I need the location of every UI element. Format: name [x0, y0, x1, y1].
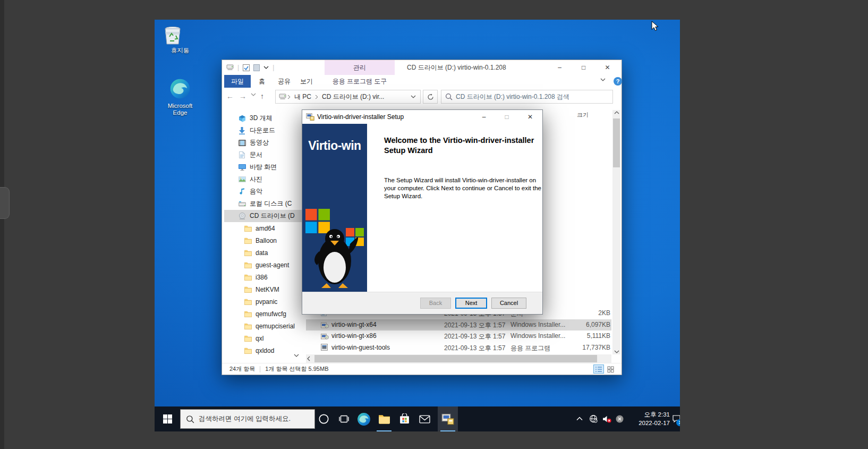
- address-dropdown-caret-icon[interactable]: [411, 95, 416, 98]
- dialog-minimize-button[interactable]: –: [474, 110, 493, 124]
- explorer-titlebar[interactable]: | | 관리 CD 드라이브 (D:) virtio-win-0.1.208 –…: [222, 60, 622, 75]
- sidebar-item-label: NetKVM: [256, 286, 279, 293]
- virtio-win-brand: Virtio-win: [302, 139, 367, 153]
- dialog-close-button[interactable]: ✕: [521, 110, 540, 124]
- sidebar-item-3D-개체[interactable]: 3D 개체: [224, 112, 304, 124]
- properties-check-icon[interactable]: [243, 64, 250, 71]
- desktop-icon-recycle-bin[interactable]: 휴지통: [161, 23, 199, 54]
- taskbar-clock[interactable]: 오후 2:31 2022-02-17: [627, 410, 670, 427]
- sidebar-item-음악[interactable]: 음악: [224, 185, 304, 198]
- taskbar-app-mail[interactable]: [414, 406, 435, 431]
- sidebar-item-qxldod[interactable]: qxldod: [224, 344, 304, 357]
- safely-remove-hardware-icon[interactable]: [616, 415, 624, 423]
- new-folder-icon[interactable]: [253, 64, 260, 71]
- file-name: virtio-win-gt-x64: [331, 321, 377, 328]
- folder-icon: [244, 311, 252, 317]
- recent-locations-caret-icon[interactable]: [251, 93, 256, 96]
- taskbar-apps: [313, 406, 458, 431]
- file-size: 6,097KB: [565, 321, 610, 328]
- vertical-scrollbar[interactable]: [612, 110, 620, 354]
- taskbar-search-box[interactable]: 검색하려면 여기에 입력하세요.: [180, 409, 315, 429]
- refresh-button[interactable]: [423, 90, 438, 104]
- volume-muted-icon[interactable]: [602, 415, 611, 423]
- forward-icon[interactable]: →: [239, 92, 246, 100]
- sidebar-item-바탕-화면[interactable]: 바탕 화면: [224, 161, 304, 173]
- hscroll-thumb[interactable]: [314, 355, 597, 362]
- tab-file[interactable]: 파일: [224, 75, 251, 88]
- cancel-button[interactable]: Cancel: [491, 298, 526, 309]
- sidebar-item-data[interactable]: data: [224, 247, 304, 259]
- taskbar-app-explorer[interactable]: [374, 406, 394, 431]
- refresh-icon: [427, 94, 434, 100]
- taskbar-app-edge[interactable]: [354, 406, 374, 431]
- details-view-icon: [595, 366, 602, 372]
- msi-icon: [321, 332, 329, 340]
- file-size: 2KB: [565, 309, 610, 317]
- sidebar-item-qemufwcfg[interactable]: qemufwcfg: [224, 308, 304, 320]
- sidebar-item-label: qemupciserial: [256, 323, 295, 330]
- viewer-toolbar-handle[interactable]: [0, 187, 10, 219]
- taskbar-app-store[interactable]: [394, 406, 414, 431]
- ribbon-collapse-icon[interactable]: [600, 78, 606, 81]
- address-field[interactable]: 내 PCCD 드라이브 (D:) vir...: [275, 90, 421, 104]
- taskbar-app-taskview[interactable]: [334, 406, 354, 431]
- sidebar-item-사진[interactable]: 사진: [224, 173, 304, 185]
- maximize-button[interactable]: □: [572, 60, 595, 75]
- taskbar: 검색하려면 여기에 입력하세요. 오후 2:31 2022-02-17 1: [155, 406, 680, 431]
- scroll-down-icon[interactable]: [614, 350, 619, 353]
- sidebar-item-amd64[interactable]: amd64: [224, 222, 304, 234]
- tab-홈[interactable]: 홈: [251, 75, 273, 88]
- next-button[interactable]: Next: [455, 298, 487, 309]
- desktop-icon-edge[interactable]: Microsoft Edge: [161, 78, 199, 116]
- taskbar-app-installer[interactable]: [438, 406, 458, 431]
- breadcrumb-1[interactable]: CD 드라이브 (D:) vir...: [319, 92, 387, 101]
- taskbar-app-cortana[interactable]: [313, 406, 334, 431]
- horizontal-scrollbar[interactable]: [306, 354, 611, 363]
- sidebar-item-Balloon[interactable]: Balloon: [224, 234, 304, 247]
- breadcrumb-0[interactable]: 내 PC: [292, 92, 314, 101]
- scroll-up-icon[interactable]: [614, 111, 619, 114]
- item-count: 24개 항목: [229, 365, 255, 373]
- help-button[interactable]: ?: [614, 77, 622, 86]
- sidebar-item-동영상[interactable]: 동영상: [224, 137, 304, 149]
- file-size: 5,111KB: [565, 332, 610, 340]
- taskview-icon: [339, 414, 349, 424]
- sidebar-item-guest-agent[interactable]: guest-agent: [224, 259, 304, 271]
- column-header-size[interactable]: 크기: [577, 111, 589, 119]
- table-row[interactable]: virtio-win-gt-x642021-09-13 오후 1:57Windo…: [306, 319, 611, 331]
- minimize-button[interactable]: –: [548, 60, 572, 75]
- cd-icon: [238, 213, 246, 219]
- sidebar-item-NetKVM[interactable]: NetKVM: [224, 283, 304, 295]
- large-icons-view-button[interactable]: [606, 365, 615, 373]
- sidebar-item-i386[interactable]: i386: [224, 271, 304, 283]
- tab-공유[interactable]: 공유: [273, 75, 295, 88]
- sidebar-item-label: qxl: [256, 335, 263, 342]
- tray-overflow-chevron-icon[interactable]: [576, 417, 583, 421]
- start-button[interactable]: [155, 406, 180, 431]
- vscroll-thumb[interactable]: [613, 118, 620, 167]
- sidebar-item-qemupciserial[interactable]: qemupciserial: [224, 320, 304, 332]
- sidebar-item-pvpanic[interactable]: pvpanic: [224, 295, 304, 308]
- qat-customize-caret-icon[interactable]: [263, 66, 269, 69]
- docfile-icon: [238, 151, 246, 158]
- sidebar-item-문서[interactable]: 문서: [224, 149, 304, 161]
- scroll-left-icon[interactable]: [307, 356, 310, 361]
- up-icon[interactable]: ↑: [260, 92, 264, 100]
- explorer-search-box[interactable]: CD 드라이브 (D:) virtio-win-0.1.208 검색: [441, 90, 613, 104]
- table-row[interactable]: virtio-win-guest-tools2021-09-13 오후 1:57…: [306, 342, 611, 354]
- sidebar-item-다운로드[interactable]: 다운로드: [224, 124, 304, 137]
- tree-scroll-down-icon[interactable]: [294, 354, 299, 357]
- tab-보기[interactable]: 보기: [295, 75, 318, 88]
- network-no-internet-icon[interactable]: [589, 414, 598, 423]
- file-type: 응용 프로그램: [510, 344, 550, 353]
- table-row[interactable]: virtio-win-gt-x862021-09-13 오후 1:57Windo…: [306, 331, 611, 342]
- dialog-titlebar[interactable]: Virtio-win-driver-installer Setup – □ ✕: [302, 110, 542, 124]
- back-icon[interactable]: ←: [226, 92, 234, 100]
- sidebar-item-CD-드라이브-(D[interactable]: CD 드라이브 (D: [224, 210, 304, 222]
- dialog-maximize-button[interactable]: □: [497, 110, 516, 124]
- sidebar-item-qxl[interactable]: qxl: [224, 332, 304, 344]
- details-view-button[interactable]: [594, 365, 603, 373]
- tab-app-tools[interactable]: 응용 프로그램 도구: [325, 75, 395, 88]
- sidebar-item-로컬-디스크-(C[interactable]: 로컬 디스크 (C: [224, 198, 304, 210]
- close-button[interactable]: ✕: [595, 60, 619, 75]
